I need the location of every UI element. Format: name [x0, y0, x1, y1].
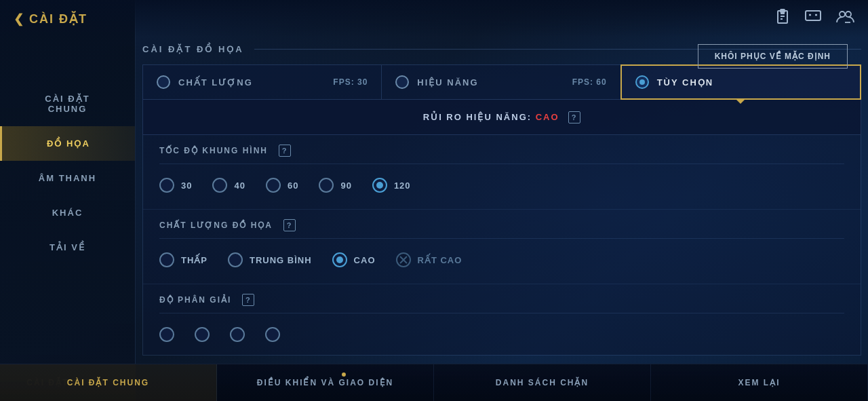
bottom-nav-label-danh-sach-chan: DANH SÁCH CHẶN: [496, 378, 589, 387]
graphics-quality-options: THẤP TRUNG BÌNH CAO RẤT CAO: [159, 250, 844, 274]
bottom-nav-label-dieu-khien: ĐIỀU KHIỂN VÀ GIAO DIỆN: [257, 378, 393, 387]
graphics-quality-help-icon[interactable]: ?: [283, 219, 296, 231]
svg-rect-4: [781, 9, 785, 12]
fps-radio-40: [212, 178, 227, 193]
tab-radio-hieu-nang: [395, 75, 409, 89]
fps-option-120[interactable]: 120: [372, 178, 411, 193]
tab-fps-hieu-nang: FPS: 60: [572, 77, 607, 87]
warning-banner: RỦI RO HIỆU NĂNG: CAO ?: [142, 100, 861, 135]
svg-point-10: [846, 12, 851, 17]
sidebar-item-khac[interactable]: KHÁC: [0, 195, 135, 230]
svg-point-9: [840, 12, 845, 17]
warning-help-icon[interactable]: ?: [568, 111, 580, 123]
bottom-nav-label-cai-dat-chung: CÀI ĐẶT CHUNG: [67, 378, 149, 387]
fps-label-90: 90: [340, 180, 351, 191]
svg-rect-5: [806, 11, 821, 20]
risk-level: CAO: [536, 112, 559, 122]
resolution-options: [159, 324, 844, 345]
bottom-nav: CÀI ĐẶT CHUNG ĐIỀU KHIỂN VÀ GIAO DIỆN DA…: [0, 364, 868, 401]
sidebar-item-tai-ve[interactable]: TẢI VỀ: [0, 230, 135, 265]
graphics-quality-section: CHẤT LƯỢNG ĐỒ HỌA ? THẤP TRUNG BÌNH CAO: [143, 209, 861, 284]
resolution-radio-3: [230, 327, 245, 342]
back-button[interactable]: ❮: [14, 12, 24, 26]
fps-option-40[interactable]: 40: [212, 178, 245, 193]
graphics-quality-title: CHẤT LƯỢNG ĐỒ HỌA ?: [159, 219, 844, 239]
fps-option-90[interactable]: 90: [319, 178, 351, 193]
sidebar-item-cai-dat-chung[interactable]: CÀI ĐẶT CHUNG: [0, 81, 135, 126]
tab-hieu-nang[interactable]: HIỆU NĂNG FPS: 60: [381, 64, 620, 100]
sidebar-item-am-thanh[interactable]: ÂM THANH: [0, 161, 135, 195]
resolution-option-1[interactable]: [159, 327, 174, 342]
chat-icon[interactable]: [804, 9, 822, 29]
tab-label-hieu-nang: HIỆU NĂNG: [417, 77, 478, 88]
tab-tuy-chon[interactable]: TÙY CHỌN: [620, 64, 861, 100]
quality-option-thap[interactable]: THẤP: [159, 252, 208, 267]
restore-btn-container: KHÔI PHỤC VỀ MẶC ĐỊNH: [698, 44, 848, 69]
quality-label-cao: CAO: [354, 255, 376, 265]
resolution-radio-1: [159, 327, 174, 342]
fps-label-30: 30: [181, 180, 192, 191]
fps-label-60: 60: [288, 180, 298, 191]
restore-default-button[interactable]: KHÔI PHỤC VỀ MẶC ĐỊNH: [698, 44, 848, 69]
tab-radio-tuy-chon: [635, 75, 649, 89]
bottom-nav-xem-lai[interactable]: XEM LẠI: [651, 364, 868, 401]
fps-radio-30: [159, 178, 174, 193]
quality-label-thap: THẤP: [181, 255, 208, 265]
quality-tabs: CHẤT LƯỢNG FPS: 30 HIỆU NĂNG FPS: 60 TÙY…: [142, 64, 861, 100]
frame-rate-title: TỐC ĐỘ KHUNG HÌNH ?: [159, 145, 844, 164]
fps-radio-90: [319, 178, 334, 193]
resolution-option-4[interactable]: [265, 327, 280, 342]
resolution-radio-4: [265, 327, 280, 342]
quality-radio-rat-cao: [396, 252, 411, 267]
header-icons: [774, 9, 854, 29]
quest-icon[interactable]: [774, 9, 791, 29]
bottom-nav-label-xem-lai: XEM LẠI: [738, 378, 780, 387]
fps-radio-60: [266, 178, 281, 193]
bottom-nav-dieu-khien[interactable]: ĐIỀU KHIỂN VÀ GIAO DIỆN: [217, 364, 434, 401]
profile-icon[interactable]: [835, 9, 854, 29]
resolution-help-icon[interactable]: ?: [242, 294, 254, 306]
tab-fps-chat-luong: FPS: 30: [333, 77, 368, 87]
fps-radio-120: [372, 178, 387, 193]
tab-label-tuy-chon: TÙY CHỌN: [657, 77, 714, 88]
fps-option-60[interactable]: 60: [266, 178, 298, 193]
dot-indicator: [342, 373, 346, 377]
quality-radio-trung-binh: [228, 252, 243, 267]
bottom-nav-danh-sach-chan[interactable]: DANH SÁCH CHẶN: [434, 364, 651, 401]
resolution-title: ĐỘ PHÂN GIẢI ?: [159, 294, 844, 313]
fps-option-30[interactable]: 30: [159, 178, 192, 193]
frame-rate-help-icon[interactable]: ?: [279, 145, 291, 157]
tab-radio-chat-luong: [157, 75, 170, 89]
fps-label-40: 40: [234, 180, 245, 191]
resolution-option-3[interactable]: [230, 327, 245, 342]
quality-radio-thap: [159, 252, 174, 267]
warning-text: RỦI RO HIỆU NĂNG: CAO ?: [423, 112, 580, 122]
settings-block: TỐC ĐỘ KHUNG HÌNH ? 30 40 60 90: [142, 135, 861, 356]
quality-label-trung-binh: TRUNG BÌNH: [250, 255, 312, 265]
resolution-section: ĐỘ PHÂN GIẢI ?: [143, 284, 861, 355]
quality-radio-cao: [332, 252, 347, 267]
page-title: CÀI ĐẶT: [29, 12, 87, 26]
resolution-radio-2: [195, 327, 210, 342]
tab-label-chat-luong: CHẤT LƯỢNG: [178, 77, 253, 88]
quality-label-rat-cao: RẤT CAO: [418, 255, 462, 265]
quality-option-rat-cao[interactable]: RẤT CAO: [396, 252, 462, 267]
header-left: ❮ CÀI ĐẶT: [14, 12, 87, 26]
sidebar-item-do-hoa[interactable]: ĐỒ HỌA: [0, 126, 135, 161]
resolution-option-2[interactable]: [195, 327, 210, 342]
frame-rate-options: 30 40 60 90 120: [159, 175, 844, 199]
bottom-nav-cai-dat-chung[interactable]: CÀI ĐẶT CHUNG: [0, 364, 217, 401]
sidebar: CÀI ĐẶT CHUNG ĐỒ HỌA ÂM THANH KHÁC TẢI V…: [0, 0, 136, 401]
frame-rate-section: TỐC ĐỘ KHUNG HÌNH ? 30 40 60 90: [143, 135, 861, 209]
quality-option-trung-binh[interactable]: TRUNG BÌNH: [228, 252, 312, 267]
tab-chat-luong[interactable]: CHẤT LƯỢNG FPS: 30: [142, 64, 381, 100]
header: ❮ CÀI ĐẶT: [0, 0, 868, 37]
fps-label-120: 120: [394, 180, 411, 191]
quality-option-cao[interactable]: CAO: [332, 252, 376, 267]
main-content: CÀI ĐẶT ĐỒ HỌA CHẤT LƯỢNG FPS: 30 HIỆU N…: [142, 37, 861, 364]
